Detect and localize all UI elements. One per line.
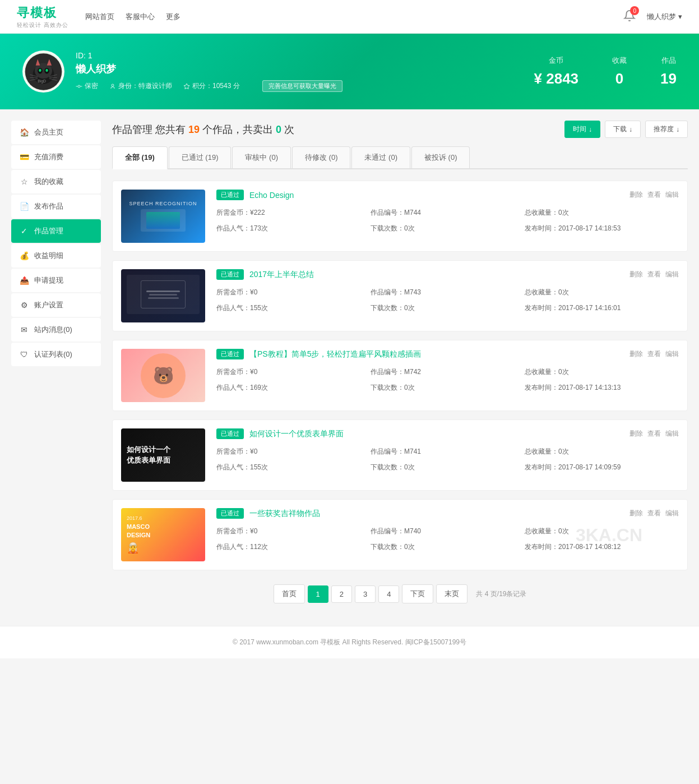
work-title-4[interactable]: 如何设计一个优质表单界面 bbox=[249, 429, 344, 439]
work-title-3[interactable]: 【PS教程】简单5步，轻松打造扁平风颗粒感插画 bbox=[249, 349, 421, 359]
work-header-4: 已通过 如何设计一个优质表单界面 删除 查看 编辑 bbox=[216, 428, 679, 439]
sidebar-label-home: 会员主页 bbox=[34, 127, 63, 137]
work-actions-1: 删除 查看 编辑 bbox=[629, 190, 679, 200]
profile-meta: 保密 身份：特邀设计师 积分：10543 分 完善信息可获取大量曝光 bbox=[76, 80, 342, 92]
tab-all[interactable]: 全部 (19) bbox=[112, 146, 168, 169]
view-btn-4[interactable]: 查看 bbox=[647, 429, 661, 439]
profile-stats: 金币 ¥ 2843 收藏 0 作品 19 bbox=[534, 56, 677, 87]
work-content-4: 已通过 如何设计一个优质表单界面 删除 查看 编辑 所需金币：¥0 作品编号：M… bbox=[216, 428, 679, 473]
work-title-2[interactable]: 2017年上半年总结 bbox=[249, 270, 314, 280]
work-meta-2: 所需金币：¥0 作品编号：M743 总收藏量：0次 作品人气：155次 下载次数… bbox=[216, 287, 679, 314]
page-next[interactable]: 下页 bbox=[402, 584, 433, 603]
tab-rejected[interactable]: 未通过 (0) bbox=[351, 146, 410, 168]
svg-marker-20 bbox=[184, 84, 189, 89]
status-badge-4: 已通过 bbox=[216, 428, 244, 439]
edit-btn-4[interactable]: 编辑 bbox=[665, 429, 679, 439]
svg-point-10 bbox=[45, 68, 48, 71]
edit-btn-2[interactable]: 编辑 bbox=[665, 270, 679, 279]
sort-buttons: 时间 ↓ 下载 ↓ 推荐度 ↓ bbox=[564, 121, 688, 138]
profile-verify-btn[interactable]: 完善信息可获取大量曝光 bbox=[262, 80, 342, 92]
sidebar-label-certify: 认证列表(0) bbox=[34, 349, 72, 359]
tab-reviewing[interactable]: 审核中 (0) bbox=[232, 146, 291, 168]
delete-btn-3[interactable]: 删除 bbox=[629, 349, 643, 359]
delete-btn-2[interactable]: 删除 bbox=[629, 270, 643, 279]
header: 寻模板 轻松设计 高效办公 网站首页 客服中心 更多 0 懒人织梦 ▾ bbox=[0, 0, 699, 34]
tab-passed[interactable]: 已通过 (19) bbox=[169, 146, 232, 168]
status-badge-5: 已通过 bbox=[216, 508, 244, 519]
view-btn-5[interactable]: 查看 bbox=[647, 509, 661, 518]
sort-by-time[interactable]: 时间 ↓ bbox=[564, 121, 600, 138]
delete-btn-4[interactable]: 删除 bbox=[629, 429, 643, 439]
tab-pending[interactable]: 待修改 (0) bbox=[292, 146, 351, 168]
earnings-icon: 💰 bbox=[20, 251, 29, 260]
sidebar-item-publish[interactable]: 📄 发布作品 bbox=[11, 195, 101, 218]
edit-btn-5[interactable]: 编辑 bbox=[665, 509, 679, 518]
sidebar-item-favorites[interactable]: ☆ 我的收藏 bbox=[11, 170, 101, 193]
page-3[interactable]: 3 bbox=[355, 585, 376, 603]
main-container: 🏠 会员主页 💳 充值消费 ☆ 我的收藏 📄 发布作品 ✓ 作品管理 💰 收益明… bbox=[0, 109, 699, 615]
total-works-count: 19 bbox=[188, 124, 200, 135]
sidebar-item-certify[interactable]: 🛡 认证列表(0) bbox=[11, 343, 101, 366]
sidebar-item-recharge[interactable]: 💳 充值消费 bbox=[11, 145, 101, 169]
view-btn-2[interactable]: 查看 bbox=[647, 270, 661, 279]
page-4[interactable]: 4 bbox=[378, 585, 399, 603]
sidebar-item-home[interactable]: 🏠 会员主页 bbox=[11, 121, 101, 144]
view-btn-3[interactable]: 查看 bbox=[647, 349, 661, 359]
work-content-2: 已通过 2017年上半年总结 删除 查看 编辑 所需金币：¥0 作品编号：M74… bbox=[216, 269, 679, 314]
sidebar-item-messages[interactable]: ✉ 站内消息(0) bbox=[11, 318, 101, 342]
sidebar-label-earnings: 收益明细 bbox=[34, 251, 63, 261]
edit-btn-1[interactable]: 编辑 bbox=[665, 190, 679, 200]
page-2[interactable]: 2 bbox=[331, 585, 352, 603]
sidebar: 🏠 会员主页 💳 充值消费 ☆ 我的收藏 📄 发布作品 ✓ 作品管理 💰 收益明… bbox=[11, 121, 101, 603]
sidebar-item-works[interactable]: ✓ 作品管理 bbox=[11, 219, 101, 243]
sidebar-label-favorites: 我的收藏 bbox=[34, 177, 63, 187]
profile-info: ID: 1 懒人织梦 保密 身份：特邀设计师 积分：10543 分 完善信息可获… bbox=[76, 51, 342, 92]
page-last[interactable]: 末页 bbox=[436, 584, 467, 603]
nav-home[interactable]: 网站首页 bbox=[85, 12, 114, 22]
delete-btn-1[interactable]: 删除 bbox=[629, 190, 643, 200]
publish-icon: 📄 bbox=[20, 202, 29, 211]
page-header: 作品管理 您共有 19 个作品，共卖出 0 次 时间 ↓ 下载 ↓ 推荐度 ↓ bbox=[112, 121, 688, 138]
nav-support[interactable]: 客服中心 bbox=[126, 12, 155, 22]
star-icon: ☆ bbox=[20, 177, 29, 186]
sidebar-item-settings[interactable]: ⚙ 账户设置 bbox=[11, 293, 101, 317]
recharge-icon: 💳 bbox=[20, 153, 29, 162]
nav-more[interactable]: 更多 bbox=[166, 12, 180, 22]
work-title-5[interactable]: 一些获奖吉祥物作品 bbox=[249, 509, 320, 519]
profile-password: 保密 bbox=[76, 81, 98, 91]
view-btn-1[interactable]: 查看 bbox=[647, 190, 661, 200]
logo-area: 寻模板 轻松设计 高效办公 bbox=[17, 4, 68, 29]
page-1[interactable]: 1 bbox=[308, 585, 328, 603]
sort-by-recommend[interactable]: 推荐度 ↓ bbox=[645, 121, 688, 138]
edit-btn-3[interactable]: 编辑 bbox=[665, 349, 679, 359]
work-meta-5: 所需金币：¥0 作品编号：M740 总收藏量：0次 作品人气：112次 下载次数… bbox=[216, 525, 679, 553]
sidebar-item-earnings[interactable]: 💰 收益明细 bbox=[11, 244, 101, 268]
nav-links: 网站首页 客服中心 更多 bbox=[85, 12, 180, 22]
work-item: 如何设计一个优质表单界面 已通过 如何设计一个优质表单界面 删除 查看 编辑 bbox=[112, 419, 688, 491]
page-first[interactable]: 首页 bbox=[274, 584, 305, 603]
profile-name: 懒人织梦 bbox=[76, 62, 342, 76]
work-thumbnail-1: SPEECH RECOGNITION bbox=[121, 190, 205, 243]
work-actions-2: 删除 查看 编辑 bbox=[629, 270, 679, 279]
work-thumbnail-5: 2017.6 MASCODESIGN 🧝 bbox=[121, 508, 205, 561]
user-dropdown[interactable]: 懒人织梦 ▾ bbox=[647, 12, 682, 22]
svg-point-19 bbox=[112, 84, 114, 86]
svg-point-18 bbox=[78, 85, 80, 87]
logo-title: 寻模板 bbox=[17, 4, 68, 21]
footer: © 2017 www.xunmoban.com 寻模板 All Rights R… bbox=[0, 626, 699, 658]
sort-by-downloads[interactable]: 下载 ↓ bbox=[605, 121, 641, 138]
sidebar-item-withdraw[interactable]: 📤 申请提现 bbox=[11, 269, 101, 292]
notification-button[interactable]: 0 bbox=[623, 10, 636, 24]
sold-count: 0 bbox=[276, 124, 281, 135]
work-meta-3: 所需金币：¥0 作品编号：M742 总收藏量：0次 作品人气：169次 下载次数… bbox=[216, 366, 679, 394]
header-left: 寻模板 轻松设计 高效办公 网站首页 客服中心 更多 bbox=[17, 4, 180, 29]
work-header-1: 已通过 Echo Design 删除 查看 编辑 bbox=[216, 190, 679, 200]
delete-btn-5[interactable]: 删除 bbox=[629, 509, 643, 518]
tab-complained[interactable]: 被投诉 (0) bbox=[411, 146, 470, 168]
work-content-3: 已通过 【PS教程】简单5步，轻松打造扁平风颗粒感插画 删除 查看 编辑 所需金… bbox=[216, 349, 679, 394]
work-header-3: 已通过 【PS教程】简单5步，轻松打造扁平风颗粒感插画 删除 查看 编辑 bbox=[216, 349, 679, 359]
work-title-1[interactable]: Echo Design bbox=[249, 191, 294, 200]
sidebar-label-publish: 发布作品 bbox=[34, 201, 63, 211]
svg-text:BigD: BigD bbox=[38, 79, 46, 83]
sort-arrow-time: ↓ bbox=[589, 126, 592, 133]
